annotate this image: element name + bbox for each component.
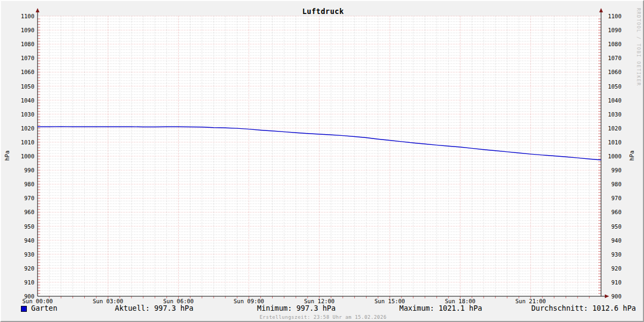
y-axis-tick-label-left: 1000	[16, 152, 34, 160]
legend-row: Garten Aktuell: 997.3 hPa Minimum: 997.3…	[1, 304, 644, 313]
stat-durchschnitt: Durchschnitt: 1012.6 hPa	[531, 304, 636, 312]
y-axis-tick-label-right: 940	[603, 237, 621, 244]
y-axis-tick-label-left: 980	[16, 180, 34, 188]
chart-canvas	[1, 1, 644, 322]
y-axis-tick-label-right: 960	[603, 208, 621, 216]
series-name-label: Garten	[31, 304, 57, 312]
y-axis-tick-label-left: 1040	[16, 97, 34, 104]
y-axis-tick-label-right: 1050	[603, 83, 621, 90]
y-axis-tick-label-left: 1010	[16, 138, 34, 146]
y-axis-tick-label-left: 1090	[16, 26, 34, 34]
y-axis-tick-label-right: 980	[603, 180, 621, 188]
y-axis-tick-label-right: 920	[603, 265, 621, 272]
y-axis-tick-label-right: 1030	[603, 111, 621, 118]
y-axis-tick-label-left: 1070	[16, 54, 34, 62]
series-color-swatch	[21, 306, 27, 312]
y-axis-tick-label-right: 1070	[603, 54, 621, 62]
y-axis-tick-label-left: 1050	[16, 83, 34, 90]
y-axis-tick-label-left: 930	[16, 251, 34, 258]
y-axis-tick-label-right: 1060	[603, 68, 621, 76]
rrdtool-graph: Luftdruck 900910920930940950960970980990…	[0, 0, 644, 322]
y-axis-tick-label-left: 960	[16, 208, 34, 216]
y-axis-tick-label-right: 910	[603, 279, 621, 286]
y-axis-tick-label-right: 1010	[603, 138, 621, 146]
y-axis-tick-label-right: 930	[603, 251, 621, 258]
y-axis-tick-label-right: 950	[603, 223, 621, 230]
y-axis-tick-label-right: 990	[603, 166, 621, 174]
y-axis-tick-label-left: 1020	[16, 125, 34, 132]
y-axis-tick-label-left: 1080	[16, 40, 34, 48]
y-axis-tick-label-right: 1040	[603, 97, 621, 104]
y-axis-unit-left: hPa	[4, 151, 10, 161]
y-axis-tick-label-left: 990	[16, 166, 34, 174]
stat-minimum: Minimum: 997.3 hPa	[257, 304, 335, 312]
y-axis-tick-label-left: 950	[16, 223, 34, 230]
stat-maximum: Maximum: 1021.1 hPa	[399, 304, 482, 312]
y-axis-tick-label-right: 1090	[603, 26, 621, 34]
y-axis-tick-label-left: 1100	[16, 12, 34, 20]
y-axis-tick-label-left: 910	[16, 279, 34, 286]
rrdtool-watermark: RRDTOOL / TOBI OETIKER	[636, 8, 641, 86]
y-axis-tick-label-left: 940	[16, 237, 34, 244]
y-axis-unit-right: hPa	[628, 151, 635, 161]
y-axis-tick-label-left: 920	[16, 265, 34, 272]
y-axis-tick-label-right: 1000	[603, 152, 621, 160]
y-axis-tick-label-right: 900	[603, 292, 621, 300]
creation-timestamp: Erstellungszeit: 23:58 Uhr am 15.02.2026	[1, 314, 644, 320]
y-axis-tick-label-right: 970	[603, 194, 621, 202]
y-axis-tick-label-right: 1100	[603, 12, 621, 20]
y-axis-tick-label-left: 970	[16, 194, 34, 202]
y-axis-tick-label-left: 1030	[16, 111, 34, 118]
y-axis-tick-label-right: 1020	[603, 125, 621, 132]
y-axis-tick-label-right: 1080	[603, 40, 621, 48]
y-axis-tick-label-left: 1060	[16, 68, 34, 76]
stat-aktuell: Aktuell: 997.3 hPa	[115, 304, 193, 312]
